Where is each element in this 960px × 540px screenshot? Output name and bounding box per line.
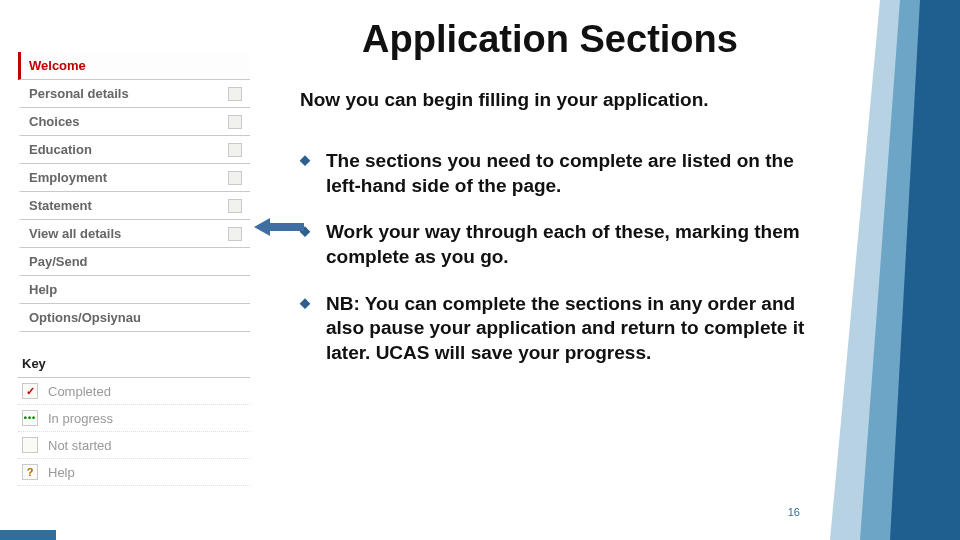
checkbox-icon [228,143,242,157]
completed-icon: ✓ [22,383,38,399]
key-title: Key [18,352,250,378]
key-row-help: ? Help [18,459,250,486]
sidebar-item-statement[interactable]: Statement [18,192,250,220]
checkbox-icon [228,227,242,241]
svg-marker-0 [830,0,960,540]
key-row-in-progress: ••• In progress [18,405,250,432]
sidebar-item-options[interactable]: Options/Opsiynau [18,304,250,332]
bullet-item: The sections you need to complete are li… [300,149,810,198]
sidebar-item-label: Help [29,282,57,297]
svg-marker-1 [860,0,960,540]
help-icon: ? [22,464,38,480]
checkbox-icon [228,115,242,129]
page-title: Application Sections [290,18,810,61]
checkbox-icon [228,199,242,213]
key-legend: Key ✓ Completed ••• In progress Not star… [18,352,250,486]
sidebar-item-help[interactable]: Help [18,276,250,304]
key-row-label: Help [48,465,75,480]
sidebar-item-label: Pay/Send [29,254,88,269]
in-progress-icon: ••• [22,410,38,426]
slide-number: 16 [788,506,800,518]
bullet-item: NB: You can complete the sections in any… [300,292,810,366]
svg-marker-2 [890,0,960,540]
key-row-completed: ✓ Completed [18,378,250,405]
sidebar-nav: Welcome Personal details Choices Educati… [18,52,250,486]
sidebar-item-personal-details[interactable]: Personal details [18,80,250,108]
sidebar-item-welcome[interactable]: Welcome [18,52,250,80]
key-row-not-started: Not started [18,432,250,459]
sidebar-item-label: Education [29,142,92,157]
bullet-list: The sections you need to complete are li… [290,149,810,366]
key-row-label: In progress [48,411,113,426]
checkbox-icon [228,171,242,185]
intro-text: Now you can begin filling in your applic… [300,89,810,111]
sidebar-item-employment[interactable]: Employment [18,164,250,192]
sidebar-item-label: Welcome [29,58,86,73]
main-content: Application Sections Now you can begin f… [290,18,810,388]
sidebar-item-education[interactable]: Education [18,136,250,164]
sidebar-item-label: Options/Opsiynau [29,310,141,325]
key-row-label: Completed [48,384,111,399]
sidebar-item-label: Employment [29,170,107,185]
sidebar-item-view-all-details[interactable]: View all details [18,220,250,248]
side-decoration [820,0,960,540]
checkbox-icon [228,87,242,101]
footer-stripe [0,530,56,540]
not-started-icon [22,437,38,453]
sidebar-item-label: View all details [29,226,121,241]
key-row-label: Not started [48,438,112,453]
sidebar-item-label: Personal details [29,86,129,101]
sidebar-item-label: Choices [29,114,80,129]
sidebar-item-choices[interactable]: Choices [18,108,250,136]
sidebar-item-label: Statement [29,198,92,213]
bullet-item: Work your way through each of these, mar… [300,220,810,269]
sidebar-item-pay-send[interactable]: Pay/Send [18,248,250,276]
